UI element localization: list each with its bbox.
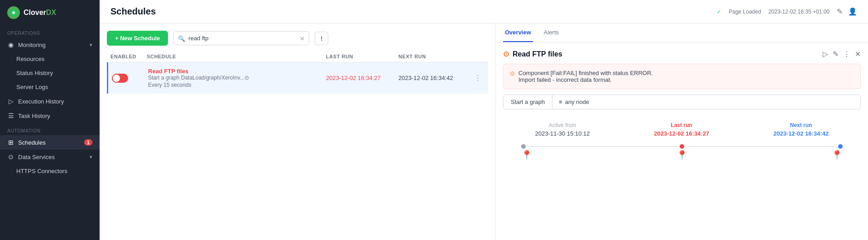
sidebar-item-label: Status History — [16, 70, 53, 76]
error-icon: ⊙ — [510, 70, 515, 77]
graph-start-button[interactable]: Start a graph — [504, 95, 552, 109]
schedules-inner: ⊞ Schedules — [7, 139, 46, 146]
graph-controls: Start a graph ≡ any node — [503, 94, 861, 109]
schedule-table: ENABLED SCHEDULE LAST RUN NEXT RUN Read … — [107, 51, 488, 233]
warning-icon: ⊙ — [503, 50, 509, 58]
page-loaded-check: ✓ — [717, 9, 721, 15]
user-icon[interactable]: 👤 — [848, 7, 857, 16]
chevron-icon: ▾ — [90, 42, 92, 48]
close-button[interactable]: ✕ — [855, 50, 861, 58]
col-enabled: ENABLED — [110, 54, 147, 59]
logo-text: CloverDX — [24, 9, 56, 17]
active-from-label: Active from — [535, 122, 590, 128]
detail-tabs: Overview Alerts — [496, 24, 868, 42]
schedules-icon: ⊞ — [7, 139, 14, 146]
pin-next-icon: 📍 — [831, 150, 843, 160]
sidebar: CloverDX OPERATIONS ◉ Monitoring ▾ Resou… — [0, 0, 100, 240]
main-content: Schedules ✓ Page Loaded 2023-12-02 16:35… — [100, 0, 868, 240]
chevron-icon: ▾ — [90, 154, 92, 160]
tab-overview[interactable]: Overview — [503, 24, 533, 42]
sidebar-item-https-connectors[interactable]: HTTPS Connectors — [0, 164, 100, 178]
new-schedule-button[interactable]: + New Schedule — [107, 31, 168, 46]
col-last-run: LAST RUN — [326, 54, 398, 59]
sidebar-item-label: Schedules — [18, 139, 46, 146]
sidebar-item-monitoring[interactable]: ◉ Monitoring ▾ — [0, 38, 100, 52]
table-row: Read FTP files Start a graph DataLoad/gr… — [107, 62, 488, 94]
schedule-desc: Start a graph DataLoad/graph/XeroInv...⊙ — [148, 75, 326, 81]
sidebar-item-schedules[interactable]: ⊞ Schedules 1 — [0, 135, 100, 150]
last-run-item: Last run 2023-12-02 16:34:27 — [654, 122, 709, 137]
sidebar-item-label: Task History — [18, 113, 50, 119]
sidebar-item-server-logs[interactable]: Server Logs — [0, 80, 100, 94]
sidebar-item-resources[interactable]: Resources — [0, 52, 100, 66]
search-box: 🔍 ✕ — [173, 31, 309, 45]
schedule-area: + New Schedule 🔍 ✕ ! ENABLED SCHEDULE LA… — [100, 24, 868, 240]
pin-last-icon: 📍 — [676, 150, 688, 160]
search-input[interactable] — [173, 31, 309, 45]
next-run-dot — [838, 144, 843, 149]
row-menu-button[interactable]: ⋮ — [471, 74, 484, 82]
enabled-toggle[interactable] — [112, 74, 128, 83]
right-panel: Overview Alerts ⊙ Read FTP files ▷ ✎ ⋮ ✕ — [496, 24, 868, 240]
alert-button[interactable]: ! — [315, 32, 328, 45]
timeline-pins: 📍 📍 📍 — [521, 150, 843, 160]
sidebar-item-data-services[interactable]: ⊙ Data Services ▾ — [0, 150, 100, 164]
toggle-cell — [112, 74, 148, 83]
sidebar-item-label: Data Services — [18, 154, 55, 160]
section-label-automation: AUTOMATION — [0, 123, 100, 135]
left-toolbar: + New Schedule 🔍 ✕ ! — [107, 31, 488, 46]
timeline-bar — [521, 146, 843, 147]
graph-node-select[interactable]: ≡ any node — [552, 95, 595, 109]
col-next-run: NEXT RUN — [398, 54, 471, 59]
search-clear-icon[interactable]: ✕ — [300, 35, 305, 42]
lines-icon: ≡ — [559, 99, 562, 105]
sidebar-item-label: Monitoring — [18, 42, 46, 48]
top-bar: Schedules ✓ Page Loaded 2023-12-02 16:35… — [100, 0, 868, 24]
last-run-time: 2023-12-02 16:34:27 — [326, 75, 381, 81]
last-run-dot — [680, 144, 684, 149]
sidebar-item-task-history[interactable]: ☰ Task History — [0, 108, 100, 123]
col-schedule: SCHEDULE — [147, 54, 326, 59]
schedules-badge: 1 — [84, 139, 92, 146]
sidebar-item-label: Server Logs — [16, 84, 48, 90]
sidebar-item-execution-history[interactable]: ▷ Execution History — [0, 94, 100, 108]
top-bar-icons: ✎ 👤 — [837, 7, 857, 16]
left-panel: + New Schedule 🔍 ✕ ! ENABLED SCHEDULE LA… — [100, 24, 496, 240]
next-run-time: 2023-12-02 16:34:42 — [398, 75, 453, 81]
tab-alerts[interactable]: Alerts — [542, 24, 561, 42]
active-from-item: Active from 2023-11-30 15:10:12 — [535, 122, 590, 137]
schedule-freq: Every 15 seconds — [148, 82, 326, 88]
edit-button[interactable]: ✎ — [833, 50, 839, 58]
sidebar-item-status-history[interactable]: Status History — [0, 66, 100, 80]
page-loaded-label: Page Loaded — [729, 9, 761, 15]
table-header: ENABLED SCHEDULE LAST RUN NEXT RUN — [107, 51, 488, 62]
sidebar-item-label: Execution History — [18, 98, 64, 105]
next-run-label: Next run — [773, 122, 829, 128]
detail-title: ⊙ Read FTP files — [503, 50, 562, 58]
schedule-cell: Read FTP files Start a graph DataLoad/gr… — [148, 68, 326, 88]
search-icon: 🔍 — [178, 35, 185, 42]
error-message: Component [Fail:FAIL] finished with stat… — [518, 70, 653, 83]
task-history-icon: ☰ — [7, 112, 14, 119]
more-button[interactable]: ⋮ — [843, 50, 850, 58]
last-run-cell: 2023-12-02 16:34:27 — [326, 75, 398, 81]
next-run-cell: 2023-12-02 16:34:42 — [398, 75, 471, 81]
next-run-item: Next run 2023-12-02 16:34:42 — [773, 122, 829, 137]
timeline-bar-container: 📍 📍 📍 — [503, 146, 861, 160]
sidebar-item-label: HTTPS Connectors — [16, 168, 67, 174]
monitoring-icon: ◉ — [7, 41, 14, 48]
detail-header: ⊙ Read FTP files ▷ ✎ ⋮ ✕ — [503, 50, 861, 58]
logo-icon — [7, 6, 20, 19]
active-from-dot — [521, 144, 526, 149]
execution-history-icon: ▷ — [7, 98, 14, 105]
messages-icon[interactable]: ✎ — [837, 7, 843, 16]
next-run-value: 2023-12-02 16:34:42 — [773, 130, 829, 137]
active-from-value: 2023-11-30 15:10:12 — [535, 130, 590, 137]
play-button[interactable]: ▷ — [823, 50, 828, 58]
schedule-name[interactable]: Read FTP files — [148, 68, 326, 75]
detail-content: ⊙ Read FTP files ▷ ✎ ⋮ ✕ ⊙ Component [Fa… — [496, 42, 868, 240]
last-run-value: 2023-12-02 16:34:27 — [654, 130, 709, 137]
section-label-operations: OPERATIONS — [0, 25, 100, 38]
timeline-section: Active from 2023-11-30 15:10:12 Last run… — [503, 115, 861, 141]
alert-icon: ! — [321, 35, 323, 42]
